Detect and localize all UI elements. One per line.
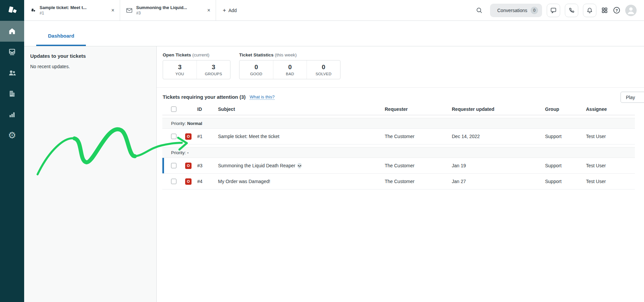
ticket-id: #3 — [197, 163, 218, 168]
tab-ticket-id: #1 — [40, 11, 106, 15]
play-button[interactable]: Play — [621, 92, 644, 103]
phone-icon — [568, 7, 575, 14]
ticket-id: #1 — [197, 134, 218, 139]
sidebar-item-customers[interactable] — [0, 62, 24, 83]
gear-icon: ⚙ — [8, 131, 16, 140]
open-tickets-subtitle: (current) — [192, 52, 209, 57]
tickets-table: ID Subject Requester Requester updated G… — [162, 103, 635, 189]
ticket-subject[interactable]: Summoning the Liquid Death Reaper 💀 — [218, 163, 385, 168]
priority-group-none: Priority: - — [162, 147, 635, 158]
ticket-group: Support — [545, 134, 586, 139]
sidebar-item-home[interactable] — [0, 21, 24, 42]
stat-cell-good[interactable]: 0 GOOD — [239, 60, 273, 79]
col-header-requester[interactable]: Requester — [385, 106, 452, 112]
table-header-row: ID Subject Requester Requester updated G… — [162, 103, 635, 115]
ticket-updated: Dec 14, 2022 — [452, 134, 545, 139]
stats-row: Open Tickets (current) 3 YOU 3 GROUPS — [157, 46, 644, 79]
reporting-icon — [8, 111, 16, 119]
ticket-id: #4 — [197, 179, 218, 184]
updates-panel: Updates to your tickets No recent update… — [24, 46, 157, 302]
ticket-tab-1[interactable]: Sample ticket: Meet t... #1 × — [24, 0, 120, 20]
ticket-assignee: Test User — [586, 179, 635, 184]
ticket-requester: The Customer — [385, 134, 452, 139]
sidebar-item-organizations[interactable] — [0, 83, 24, 104]
row-checkbox[interactable] — [171, 134, 176, 139]
close-icon[interactable]: × — [205, 7, 212, 14]
workspace-subnav: Dashboard — [24, 21, 644, 46]
ticket-statistics-title: Ticket Statistics — [239, 52, 274, 57]
status-open-badge: O — [185, 163, 192, 169]
table-row-ticket-4[interactable]: O #4 My Order was Damaged! The Customer … — [162, 174, 635, 189]
what-is-this-link[interactable]: What is this? — [250, 94, 274, 100]
tab-title: Sample ticket: Meet t... — [40, 5, 106, 10]
col-header-requester-updated[interactable]: Requester updated — [452, 106, 545, 112]
ticket-updated: Jan 19 — [452, 163, 545, 168]
sidebar-item-admin[interactable]: ⚙ — [0, 125, 24, 146]
conversations-label: Conversations — [497, 8, 528, 13]
ticket-subject[interactable]: Sample ticket: Meet the ticket — [218, 134, 385, 139]
tab-title: Summoning the Liquid... — [136, 5, 202, 10]
ticket-assignee: Test User — [586, 163, 635, 168]
stat-cell-you[interactable]: 3 YOU — [163, 60, 197, 79]
ticket-requester: The Customer — [385, 163, 452, 168]
user-avatar[interactable] — [625, 5, 637, 16]
add-tab-button[interactable]: + Add — [216, 0, 244, 20]
ticket-updated: Jan 27 — [452, 179, 545, 184]
phone-button[interactable] — [565, 4, 578, 17]
search-icon — [476, 7, 483, 14]
notifications-button[interactable] — [583, 4, 596, 17]
ticket-statistics-stat: Ticket Statistics (this week) 0 GOOD 0 B… — [239, 52, 340, 79]
zendesk-logo[interactable] — [0, 0, 24, 21]
sidebar-item-reporting[interactable] — [0, 104, 24, 125]
views-icon — [8, 48, 16, 56]
open-tickets-title: Open Tickets — [163, 52, 191, 57]
ticket-assignee: Test User — [586, 134, 635, 139]
stat-cell-groups[interactable]: 3 GROUPS — [197, 60, 230, 79]
attention-section-header: Tickets requiring your attention (3) Wha… — [157, 88, 644, 100]
top-bar-actions: Conversations 0 — [476, 0, 644, 20]
svg-text:?: ? — [615, 8, 618, 12]
conversations-button[interactable]: Conversations 0 — [490, 4, 542, 17]
updates-panel-title: Updates to your tickets — [30, 53, 150, 59]
avatar-person-icon — [625, 5, 637, 16]
search-button[interactable] — [476, 7, 483, 14]
apps-grid-icon — [601, 7, 608, 14]
row-checkbox[interactable] — [171, 179, 176, 184]
envelope-icon — [126, 8, 132, 13]
attention-title: Tickets requiring your attention (3) — [163, 94, 246, 100]
table-row-ticket-1[interactable]: O #1 Sample ticket: Meet the ticket The … — [162, 129, 635, 144]
organizations-icon — [8, 90, 16, 98]
stat-cell-bad[interactable]: 0 BAD — [273, 60, 307, 79]
select-all-checkbox[interactable] — [171, 106, 176, 112]
col-header-assignee[interactable]: Assignee — [586, 106, 635, 112]
app-window: ⚙ Sample ticket: Meet t... #1 × S — [0, 0, 644, 302]
apps-button[interactable] — [601, 7, 608, 14]
chat-icon — [550, 7, 557, 14]
sidebar-item-views[interactable] — [0, 42, 24, 62]
stat-cell-solved[interactable]: 0 SOLVED — [307, 60, 340, 79]
tab-dashboard[interactable]: Dashboard — [36, 33, 86, 46]
status-open-badge: O — [185, 133, 192, 140]
bell-icon — [586, 7, 593, 14]
ticket-requester: The Customer — [385, 179, 452, 184]
ticket-subject[interactable]: My Order was Damaged! — [218, 179, 385, 184]
top-bar: Sample ticket: Meet t... #1 × Summoning … — [24, 0, 644, 21]
row-checkbox[interactable] — [171, 163, 176, 168]
chat-button[interactable] — [547, 4, 560, 17]
col-header-group[interactable]: Group — [545, 106, 586, 112]
main-area: Updates to your tickets No recent update… — [24, 46, 644, 302]
ticket-statistics-subtitle: (this week) — [275, 52, 297, 57]
updates-panel-body: No recent updates. — [30, 64, 150, 69]
table-row-ticket-3[interactable]: O #3 Summoning the Liquid Death Reaper 💀… — [162, 158, 635, 174]
col-header-id[interactable]: ID — [197, 106, 218, 112]
dashboard-content: Open Tickets (current) 3 YOU 3 GROUPS — [157, 46, 644, 302]
ticket-tab-2[interactable]: Summoning the Liquid... #3 × — [120, 0, 216, 20]
plus-icon: + — [223, 7, 226, 14]
close-icon[interactable]: × — [109, 7, 116, 14]
help-icon: ? — [613, 6, 621, 14]
help-button[interactable]: ? — [613, 6, 621, 14]
ticket-group: Support — [545, 163, 586, 168]
col-header-subject[interactable]: Subject — [218, 106, 385, 112]
customers-icon — [8, 69, 16, 77]
home-icon — [8, 27, 16, 35]
